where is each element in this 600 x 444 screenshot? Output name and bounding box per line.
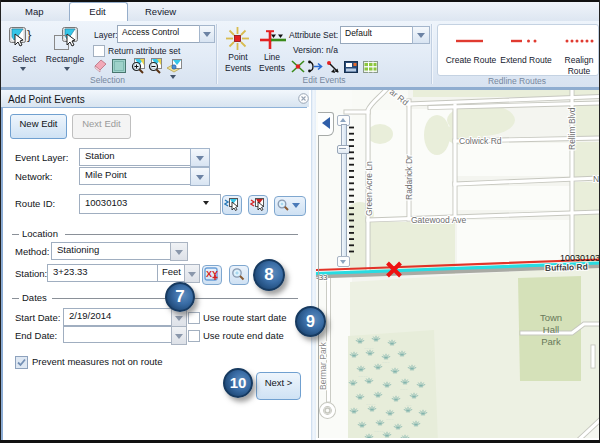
- svg-text:-33: -33: [316, 273, 328, 282]
- svg-text:Colwick Rd: Colwick Rd: [459, 136, 502, 146]
- svg-text:Park: Park: [541, 336, 561, 347]
- svg-text:.....: .....: [364, 346, 374, 350]
- svg-text:Buffalo Rd: Buffalo Rd: [545, 262, 588, 273]
- svg-text:Hall: Hall: [543, 324, 559, 335]
- svg-text:.....: .....: [366, 402, 376, 406]
- svg-text:...: ...: [406, 403, 412, 407]
- svg-text:Radarick Dr: Radarick Dr: [404, 155, 414, 200]
- svg-text:Town: Town: [540, 312, 562, 323]
- svg-text:Bermar Park: Bermar Park: [318, 342, 328, 390]
- svg-text:}: }: [27, 27, 32, 42]
- svg-text:....: ....: [382, 360, 390, 364]
- svg-text:.....: .....: [358, 374, 368, 378]
- svg-text:Green Acre Ln: Green Acre Ln: [364, 161, 374, 216]
- svg-text:.....: .....: [374, 429, 384, 433]
- svg-text:....: ....: [400, 387, 408, 391]
- svg-text:Rellim Blvd: Rellim Blvd: [567, 107, 577, 150]
- svg-text:....: ....: [386, 417, 394, 421]
- svg-text:Gatewood Ave: Gatewood Ave: [411, 215, 466, 225]
